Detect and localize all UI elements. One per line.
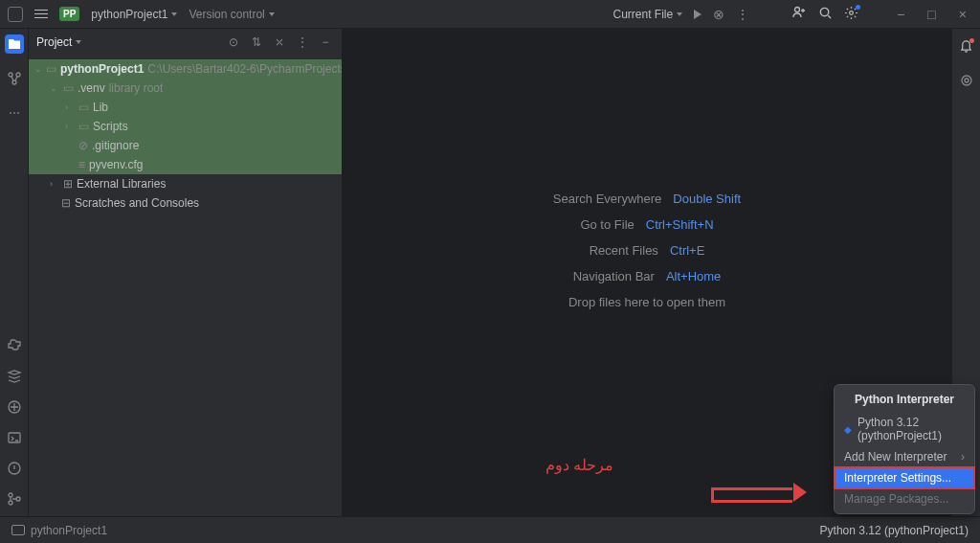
- annotation-arrow: [711, 485, 803, 500]
- notifications-icon[interactable]: [959, 38, 973, 56]
- panel-options-icon[interactable]: ⋮: [294, 35, 311, 49]
- tree-node-venv[interactable]: ⌄ ▭ .venv library root: [29, 79, 342, 98]
- vcs-label: Version control: [189, 8, 264, 21]
- svg-point-13: [965, 79, 969, 82]
- run-config-label: Current File: [612, 8, 673, 21]
- project-name-label: pythonProject1: [91, 8, 167, 21]
- interpreter-popup: Python Interpreter ◆ Python 3.12 (python…: [834, 384, 975, 514]
- tree-node-root[interactable]: ⌄ ▭ pythonProject1 C:\Users\Bartar402-6\…: [29, 59, 342, 79]
- tree-node-tag: library root: [109, 81, 164, 95]
- services-button[interactable]: [5, 367, 24, 386]
- svg-point-10: [9, 501, 12, 505]
- tree-node-scratches[interactable]: ⊟ Scratches and Consoles: [29, 193, 342, 213]
- chevron-down-icon: [269, 12, 275, 16]
- chevron-down-icon: [677, 12, 682, 16]
- project-panel: Project ⊙ ⇅ ⤫ ⋮ − ⌄ ▭ pythonProject1 C:\…: [29, 29, 343, 516]
- svg-point-3: [9, 73, 12, 77]
- chevron-down-icon: [76, 40, 81, 44]
- run-config-dropdown[interactable]: Current File: [612, 8, 682, 21]
- svg-point-2: [850, 11, 854, 14]
- popup-item-add-interpreter[interactable]: Add New Interpreter: [835, 446, 974, 467]
- popup-item-label: Add New Interpreter: [844, 450, 947, 464]
- svg-rect-7: [9, 433, 20, 442]
- tree-node-scripts[interactable]: › ▭ Scripts: [29, 117, 342, 136]
- libraries-icon: ⊞: [63, 177, 73, 191]
- expander-open-icon[interactable]: ⌄: [50, 83, 59, 93]
- tree-node-ext-libraries[interactable]: › ⊞ External Libraries: [29, 174, 342, 193]
- expander-closed-icon[interactable]: ›: [65, 102, 75, 112]
- window-close-button[interactable]: ×: [953, 7, 972, 22]
- popup-item-manage-packages[interactable]: Manage Packages...: [835, 488, 974, 509]
- vcs-dropdown[interactable]: Version control: [189, 8, 274, 21]
- popup-item-current-interpreter[interactable]: ◆ Python 3.12 (pythonProject1): [835, 412, 974, 446]
- popup-title: Python Interpreter: [835, 389, 974, 412]
- hint-shortcut[interactable]: Ctrl+E: [670, 243, 704, 258]
- annotation-text: مرحله دوم: [546, 456, 613, 474]
- file-icon: ≡: [78, 158, 85, 171]
- module-icon: [11, 525, 25, 535]
- tree-node-label: pyvenv.cfg: [89, 158, 143, 171]
- debug-icon[interactable]: ⊗: [713, 7, 724, 22]
- hint-navigation-bar: Navigation Bar Alt+Home: [573, 269, 722, 283]
- svg-point-11: [16, 497, 20, 501]
- expand-all-icon[interactable]: ⇅: [248, 35, 265, 49]
- project-dropdown[interactable]: pythonProject1: [91, 8, 177, 21]
- settings-icon[interactable]: [844, 6, 858, 23]
- hint-label: Go to File: [580, 217, 634, 232]
- tree-node-label: Lib: [93, 101, 108, 114]
- tree-node-label: External Libraries: [77, 177, 166, 191]
- hint-shortcut[interactable]: Ctrl+Shift+N: [646, 217, 714, 232]
- search-icon[interactable]: [818, 6, 833, 23]
- svg-point-12: [962, 76, 971, 85]
- tree-node-label: Scripts: [93, 120, 128, 133]
- more-actions-icon[interactable]: ⋮: [736, 7, 749, 22]
- statusbar-breadcrumb[interactable]: pythonProject1: [31, 524, 107, 537]
- hint-shortcut[interactable]: Double Shift: [673, 192, 741, 206]
- window-minimize-button[interactable]: −: [891, 7, 910, 22]
- chevron-down-icon: [171, 12, 177, 16]
- hint-label: Navigation Bar: [573, 269, 655, 283]
- project-panel-title[interactable]: Project: [36, 35, 219, 49]
- tree-node-label: .gitignore: [92, 139, 139, 152]
- popup-item-label: Manage Packages...: [844, 492, 948, 506]
- more-tools-button[interactable]: ⋯: [5, 103, 24, 123]
- left-tool-rail: ⋯: [0, 29, 29, 516]
- popup-item-interpreter-settings[interactable]: Interpreter Settings...: [835, 467, 974, 488]
- problems-button[interactable]: [5, 459, 24, 478]
- tree-node-pyvenv[interactable]: ≡ pyvenv.cfg: [29, 155, 342, 174]
- tree-node-gitignore[interactable]: ⊘ .gitignore: [29, 136, 342, 155]
- python-console-button[interactable]: [5, 336, 24, 355]
- folder-icon: ▭: [63, 81, 74, 95]
- main-menu-icon[interactable]: [34, 10, 48, 19]
- project-tool-button[interactable]: [5, 34, 24, 54]
- tree-node-lib[interactable]: › ▭ Lib: [29, 98, 342, 117]
- app-logo-icon[interactable]: [8, 7, 23, 22]
- hint-shortcut[interactable]: Alt+Home: [666, 269, 721, 283]
- folder-icon: ▭: [78, 120, 89, 133]
- svg-point-5: [12, 80, 16, 84]
- hint-drop-files: Drop files here to open them: [568, 295, 725, 309]
- code-with-me-icon[interactable]: [791, 5, 807, 23]
- tree-node-label: pythonProject1: [60, 62, 144, 76]
- expander-closed-icon[interactable]: ›: [50, 179, 59, 189]
- version-control-button[interactable]: [5, 489, 24, 509]
- select-opened-file-icon[interactable]: ⊙: [225, 35, 242, 49]
- popup-item-label: Interpreter Settings...: [844, 471, 951, 485]
- tree-node-label: Scratches and Consoles: [75, 196, 199, 210]
- run-icon[interactable]: [694, 10, 702, 19]
- tree-node-path: C:\Users\Bartar402-6\PycharmProjects\pyt…: [147, 62, 342, 76]
- expander-open-icon[interactable]: ⌄: [34, 64, 42, 74]
- structure-tool-button[interactable]: [5, 69, 24, 88]
- hide-panel-icon[interactable]: −: [317, 35, 334, 49]
- svg-point-9: [9, 493, 12, 497]
- ai-assistant-icon[interactable]: [957, 71, 976, 90]
- terminal-button[interactable]: [5, 428, 24, 447]
- svg-point-1: [821, 8, 829, 15]
- python-packages-button[interactable]: [5, 397, 24, 417]
- statusbar-interpreter[interactable]: Python 3.12 (pythonProject1): [820, 524, 969, 537]
- project-tree: ⌄ ▭ pythonProject1 C:\Users\Bartar402-6\…: [29, 56, 342, 216]
- window-maximize-button[interactable]: □: [922, 7, 941, 22]
- collapse-all-icon[interactable]: ⤫: [271, 35, 288, 49]
- expander-closed-icon[interactable]: ›: [65, 122, 75, 131]
- statusbar: pythonProject1 Python 3.12 (pythonProjec…: [0, 516, 980, 543]
